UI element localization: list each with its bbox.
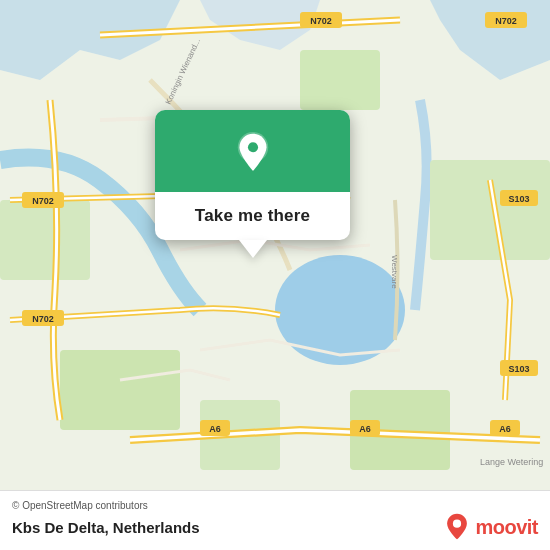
popup-card: Take me there xyxy=(155,110,350,240)
svg-text:A6: A6 xyxy=(209,424,221,434)
location-pin-icon xyxy=(231,132,275,176)
map-container[interactable]: N702 N702 N702 N702 S103 S103 A6 A6 A6 K… xyxy=(0,0,550,490)
svg-text:N702: N702 xyxy=(310,16,332,26)
svg-text:S103: S103 xyxy=(508,364,529,374)
attribution-text: © OpenStreetMap contributors xyxy=(12,500,538,511)
svg-text:Westvare: Westvare xyxy=(390,255,399,289)
svg-rect-3 xyxy=(60,350,180,430)
svg-point-32 xyxy=(453,520,461,528)
moovit-pin-icon xyxy=(443,513,471,541)
svg-point-1 xyxy=(275,255,405,365)
popup-green-header xyxy=(155,110,350,192)
svg-text:N702: N702 xyxy=(32,196,54,206)
moovit-logo: moovit xyxy=(443,513,538,541)
svg-text:A6: A6 xyxy=(499,424,511,434)
svg-point-31 xyxy=(247,142,257,152)
map-background: N702 N702 N702 N702 S103 S103 A6 A6 A6 K… xyxy=(0,0,550,490)
svg-rect-2 xyxy=(0,200,90,280)
svg-text:A6: A6 xyxy=(359,424,371,434)
take-me-there-button[interactable]: Take me there xyxy=(195,206,310,226)
popup-button-area: Take me there xyxy=(155,192,350,240)
svg-rect-5 xyxy=(430,160,550,260)
svg-text:S103: S103 xyxy=(508,194,529,204)
svg-rect-4 xyxy=(300,50,380,110)
location-name: Kbs De Delta, Netherlands xyxy=(12,519,200,536)
bottom-bar: © OpenStreetMap contributors Kbs De Delt… xyxy=(0,490,550,550)
bottom-row: Kbs De Delta, Netherlands moovit xyxy=(12,513,538,541)
svg-text:N702: N702 xyxy=(495,16,517,26)
svg-text:Lange Wetering: Lange Wetering xyxy=(480,457,543,467)
svg-text:N702: N702 xyxy=(32,314,54,324)
moovit-brand-text: moovit xyxy=(475,516,538,539)
